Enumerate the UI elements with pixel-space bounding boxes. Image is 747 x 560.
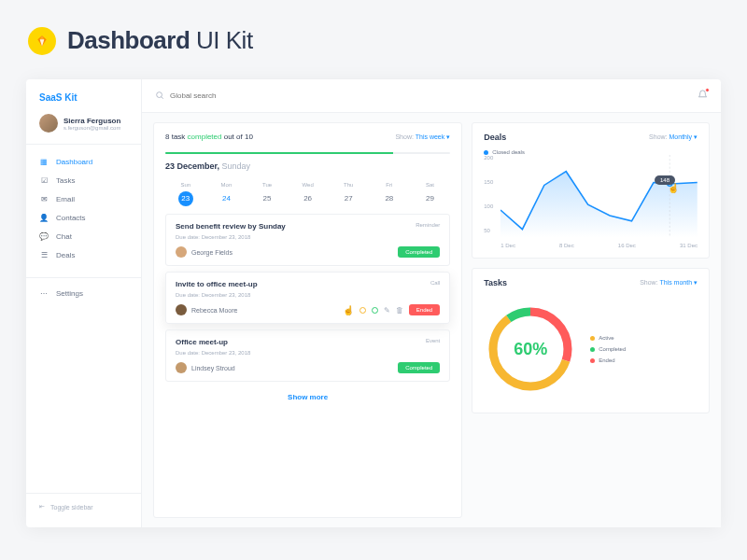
sidebar-item-label: Dashboard [56, 158, 92, 166]
sidebar: SaaS Kit Sierra Ferguson s.ferguson@gmai… [26, 79, 142, 527]
task-title: Office meet-up [176, 338, 228, 346]
user-name: Sierra Ferguson [63, 117, 120, 125]
status-badge: Ended [409, 304, 440, 315]
sidebar-item-label: Chat [56, 232, 72, 241]
tasks-donut-filter[interactable]: Show: This month ▾ [640, 279, 698, 287]
deals-title: Deals [484, 133, 506, 142]
action-pending-icon[interactable] [359, 307, 366, 314]
sidebar-item-label: Tasks [56, 176, 75, 185]
task-tag: Call [430, 280, 440, 286]
sidebar-item-dashboard[interactable]: ▦Dashboard [26, 152, 141, 171]
avatar [176, 246, 187, 258]
sidebar-item-settings[interactable]: ⋯ Settings [26, 284, 141, 302]
avatar [176, 362, 187, 373]
main: 8 task completed out of 10 Show: This we… [142, 79, 721, 527]
legend-item: Active [590, 335, 626, 341]
progress-text: 8 task completed out of 10 [165, 133, 253, 141]
cursor-icon: ☝ [668, 183, 679, 193]
sidebar-item-label: Deals [56, 251, 75, 259]
sidebar-item-tasks[interactable]: ☑Tasks [26, 171, 141, 189]
sidebar-item-label: Settings [56, 289, 83, 298]
tasks-card: 8 task completed out of 10 Show: This we… [153, 122, 462, 518]
task-assignee: George Fields [176, 246, 233, 258]
notification-dot [705, 88, 710, 92]
sidebar-item-chat[interactable]: 💬Chat [26, 227, 141, 245]
task-item[interactable]: Invite to office meet-upCall Due date: D… [165, 272, 450, 324]
sketch-icon [28, 27, 56, 55]
action-complete-icon[interactable] [372, 307, 378, 314]
tasks-donut-title: Tasks [484, 278, 507, 287]
task-assignee: Lindsey Stroud [176, 362, 235, 373]
calendar-day[interactable]: Wed26 [288, 182, 329, 206]
task-title: Invite to office meet-up [176, 280, 258, 288]
tasks-donut-card: Tasks Show: This month ▾ 60% [472, 268, 710, 413]
task-item[interactable]: Send benefit review by SundayReminder Du… [165, 214, 450, 266]
task-title: Send benefit review by Sunday [176, 222, 286, 231]
avatar [39, 114, 58, 133]
mail-icon: ✉ [39, 194, 49, 203]
svg-line-1 [162, 96, 163, 98]
grid-icon: ▦ [39, 157, 49, 166]
progress-bar [165, 152, 450, 154]
deals-chart: 20015010050 148 ☝ 1 Dec8 Dec16 Dec31 Dec [484, 155, 698, 248]
brand-logo: SaaS Kit [26, 92, 141, 114]
week-calendar: Sun23Mon24Tue25Wed26Thu27Fri28Sat29 [165, 182, 450, 206]
stack-icon: ☰ [39, 250, 49, 259]
calendar-day[interactable]: Sat29 [410, 182, 451, 206]
task-tag: Event [426, 338, 440, 343]
task-item[interactable]: Office meet-upEvent Due date: December 2… [165, 329, 450, 382]
toggle-icon: ⇤ [39, 503, 45, 511]
donut-legend: ActiveCompletedEnded [590, 335, 626, 363]
task-assignee: Rebecca Moore [176, 304, 237, 315]
user-icon: 👤 [39, 213, 49, 222]
status-badge: Completed [398, 362, 440, 373]
deals-filter[interactable]: Show: Monthly ▾ [649, 133, 698, 141]
svg-point-0 [157, 91, 162, 97]
show-more-button[interactable]: Show more [165, 389, 450, 405]
user-email: s.ferguson@gmail.com [63, 125, 120, 131]
calendar-day[interactable]: Mon24 [206, 182, 247, 206]
task-due: Due date: December 23, 2018 [176, 292, 440, 298]
page-title: Dashboard UI Kit [67, 26, 253, 55]
calendar-day[interactable]: Tue25 [247, 182, 288, 206]
legend-item: Completed [590, 346, 626, 352]
task-tag: Reminder [416, 222, 440, 228]
topbar [142, 79, 721, 113]
date-heading: 23 December, Sunday [165, 161, 450, 171]
delete-icon[interactable]: 🗑 [396, 306, 403, 315]
deals-card: Deals Show: Monthly ▾ Closed deals 20015… [472, 122, 710, 259]
check-icon: ☑ [39, 175, 49, 185]
calendar-day[interactable]: Thu27 [328, 182, 369, 206]
sidebar-item-contacts[interactable]: 👤Contacts [26, 208, 141, 227]
sidebar-item-label: Contacts [56, 214, 86, 222]
calendar-day[interactable]: Fri28 [369, 182, 410, 206]
sidebar-item-label: Email [56, 195, 75, 203]
legend-item: Ended [590, 357, 626, 363]
donut-chart: 60% [484, 302, 577, 396]
calendar-day[interactable]: Sun23 [165, 182, 206, 206]
notifications-button[interactable] [698, 90, 708, 102]
tasks-filter[interactable]: Show: This week ▾ [395, 133, 450, 141]
status-badge: Completed [398, 246, 440, 258]
edit-icon[interactable]: ✎ [384, 306, 390, 315]
chat-icon: 💬 [39, 231, 49, 241]
task-due: Due date: December 23, 2018 [176, 350, 440, 356]
cursor-icon: ☝ [343, 305, 354, 315]
search-icon [155, 91, 164, 102]
search-input[interactable] [170, 91, 268, 100]
sidebar-item-deals[interactable]: ☰Deals [26, 245, 141, 264]
avatar [176, 304, 187, 315]
toggle-sidebar-button[interactable]: ⇤ Toggle sidebar [26, 493, 141, 520]
nav: ▦Dashboard☑Tasks✉Email👤Contacts💬Chat☰Dea… [26, 144, 141, 272]
sidebar-item-email[interactable]: ✉Email [26, 189, 141, 208]
donut-center-value: 60% [484, 302, 577, 396]
user-block[interactable]: Sierra Ferguson s.ferguson@gmail.com [26, 114, 141, 144]
app-window: SaaS Kit Sierra Ferguson s.ferguson@gmai… [26, 79, 721, 527]
dots-icon: ⋯ [39, 288, 49, 298]
task-due: Due date: December 23, 2018 [176, 234, 440, 240]
